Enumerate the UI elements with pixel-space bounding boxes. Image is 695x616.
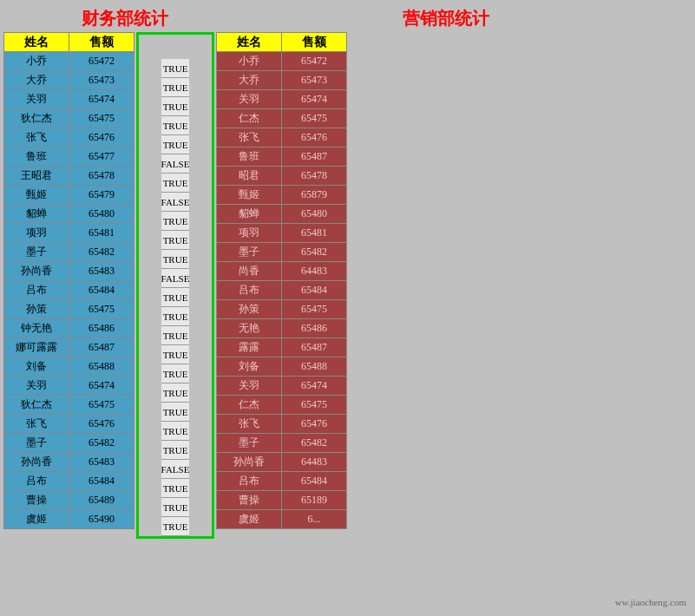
marketing-row: 无艳65486 xyxy=(217,319,347,338)
marketing-cell-amount: 65473 xyxy=(282,71,347,90)
marketing-cell-amount: 65478 xyxy=(282,167,347,186)
finance-cell-amount: 65472 xyxy=(69,52,134,71)
finance-cell-name: 鲁班 xyxy=(4,147,69,167)
finance-cell-name: 墨子 xyxy=(4,243,69,262)
finance-row: 吕布65484 xyxy=(4,281,134,300)
finance-cell-amount: 65476 xyxy=(69,128,134,147)
finance-cell-amount: 65473 xyxy=(69,71,134,90)
marketing-row: 孙策65475 xyxy=(217,300,347,319)
middle-cell: TRUE xyxy=(161,231,190,250)
marketing-row: 露露65487 xyxy=(217,338,347,357)
marketing-row: 关羽65474 xyxy=(217,90,347,109)
marketing-cell-amount: 65484 xyxy=(282,472,347,491)
finance-cell-amount: 65486 xyxy=(69,319,134,338)
marketing-cell-amount: 65487 xyxy=(282,147,347,167)
marketing-cell-name: 无艳 xyxy=(217,319,282,338)
finance-cell-name: 关羽 xyxy=(4,377,69,396)
finance-row: 狄仁杰65475 xyxy=(4,109,134,128)
finance-cell-name: 孙尚香 xyxy=(4,453,69,472)
finance-cell-amount: 65477 xyxy=(69,147,134,167)
finance-cell-name: 关羽 xyxy=(4,90,69,109)
middle-cell: TRUE xyxy=(161,135,190,154)
main-container: 财务部统计 营销部统计 姓名 售额 小乔65472大乔65473关羽65474狄… xyxy=(0,0,695,542)
marketing-cell-amount: 65482 xyxy=(282,243,347,262)
finance-row: 关羽65474 xyxy=(4,90,134,109)
middle-cell: TRUE xyxy=(161,78,190,97)
middle-cell: TRUE xyxy=(161,116,190,135)
marketing-row: 貂蝉65480 xyxy=(217,205,347,224)
finance-row: 项羽65481 xyxy=(4,224,134,243)
finance-row: 鲁班65477 xyxy=(4,147,134,167)
finance-cell-amount: 65482 xyxy=(69,434,134,453)
watermark: ww.jiaocheng.com xyxy=(615,597,686,607)
marketing-cell-amount: 64483 xyxy=(282,262,347,281)
finance-cell-amount: 65476 xyxy=(69,415,134,434)
finance-cell-name: 小乔 xyxy=(4,52,69,71)
marketing-row: 项羽65481 xyxy=(217,224,347,243)
marketing-cell-name: 刘备 xyxy=(217,357,282,377)
marketing-cell-amount: 65472 xyxy=(282,52,347,71)
finance-cell-name: 孙尚香 xyxy=(4,262,69,281)
marketing-cell-amount: 6... xyxy=(282,510,347,529)
finance-cell-amount: 65483 xyxy=(69,262,134,281)
finance-row: 关羽65474 xyxy=(4,377,134,396)
marketing-cell-name: 仁杰 xyxy=(217,109,282,128)
finance-row: 张飞65476 xyxy=(4,128,134,147)
marketing-row: 吕布65484 xyxy=(217,472,347,491)
marketing-cell-amount: 65484 xyxy=(282,281,347,300)
middle-cell: TRUE xyxy=(161,383,190,403)
finance-cell-amount: 65474 xyxy=(69,377,134,396)
finance-row: 吕布65484 xyxy=(4,472,134,491)
middle-cell: FALSE xyxy=(161,269,190,288)
middle-cell: FALSE xyxy=(161,460,190,479)
finance-cell-name: 大乔 xyxy=(4,71,69,90)
middle-cell: TRUE xyxy=(161,441,190,460)
finance-table: 姓名 售额 小乔65472大乔65473关羽65474狄仁杰65475张飞654… xyxy=(3,32,134,529)
finance-cell-name: 墨子 xyxy=(4,434,69,453)
middle-cell: TRUE xyxy=(161,307,190,326)
middle-cell: FALSE xyxy=(161,154,190,174)
finance-cell-amount: 65480 xyxy=(69,205,134,224)
marketing-cell-amount: 65476 xyxy=(282,128,347,147)
finance-row: 大乔65473 xyxy=(4,71,134,90)
middle-cell: TRUE xyxy=(161,326,190,345)
finance-cell-name: 甄姬 xyxy=(4,186,69,205)
marketing-cell-name: 鲁班 xyxy=(217,147,282,167)
marketing-row: 昭君65478 xyxy=(217,167,347,186)
marketing-cell-name: 项羽 xyxy=(217,224,282,243)
finance-cell-amount: 65487 xyxy=(69,338,134,357)
middle-cell: FALSE xyxy=(161,193,190,212)
marketing-row: 甄姬65879 xyxy=(217,186,347,205)
middle-cell: TRUE xyxy=(161,517,190,536)
finance-cell-amount: 65490 xyxy=(69,510,134,529)
tables-container: 姓名 售额 小乔65472大乔65473关羽65474狄仁杰65475张飞654… xyxy=(3,32,692,539)
marketing-row: 鲁班65487 xyxy=(217,147,347,167)
finance-row: 小乔65472 xyxy=(4,52,134,71)
marketing-cell-amount: 65487 xyxy=(282,338,347,357)
marketing-cell-name: 墨子 xyxy=(217,434,282,453)
marketing-table: 姓名 售额 小乔65472大乔65473关羽65474仁杰65475张飞6547… xyxy=(216,32,347,529)
marketing-row: 曹操65189 xyxy=(217,491,347,510)
middle-cell: TRUE xyxy=(161,59,190,78)
marketing-row: 小乔65472 xyxy=(217,52,347,71)
marketing-cell-name: 露露 xyxy=(217,338,282,357)
middle-cell: TRUE xyxy=(161,250,190,269)
marketing-col-name: 姓名 xyxy=(217,33,282,52)
marketing-cell-amount: 65488 xyxy=(282,357,347,377)
finance-cell-amount: 65475 xyxy=(69,109,134,128)
finance-row: 钟无艳65486 xyxy=(4,319,134,338)
marketing-cell-name: 关羽 xyxy=(217,377,282,396)
middle-cell: TRUE xyxy=(161,97,190,116)
marketing-cell-amount: 65480 xyxy=(282,205,347,224)
marketing-row: 孙尚香64483 xyxy=(217,453,347,472)
middle-cell: TRUE xyxy=(161,212,190,231)
finance-row: 狄仁杰65475 xyxy=(4,396,134,415)
marketing-cell-name: 曹操 xyxy=(217,491,282,510)
middle-cell: TRUE xyxy=(161,403,190,422)
marketing-row: 大乔65473 xyxy=(217,71,347,90)
marketing-cell-name: 小乔 xyxy=(217,52,282,71)
finance-row: 孙策65475 xyxy=(4,300,134,319)
finance-row: 刘备65488 xyxy=(4,357,134,377)
finance-cell-name: 刘备 xyxy=(4,357,69,377)
middle-cell: TRUE xyxy=(161,288,190,307)
